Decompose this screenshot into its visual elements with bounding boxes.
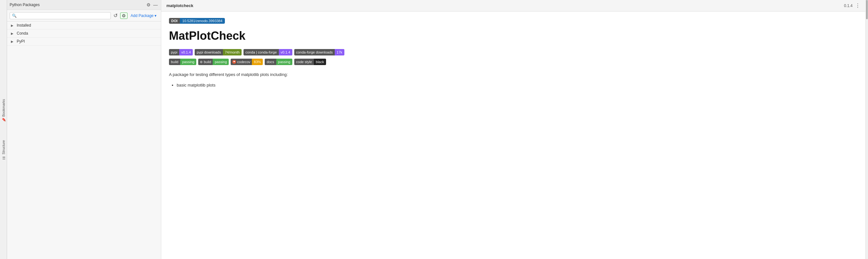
badge-build-plain[interactable]: build passing: [169, 59, 196, 65]
badge-conda-version-value: v0.1.4: [279, 49, 292, 56]
badge-conda-label: conda | conda-forge: [244, 49, 279, 56]
badge-docs-label: docs: [265, 59, 276, 65]
sidebar: Python Packages ⚙ — 🔍 ↺ ⚙ Add Package ▾ …: [7, 0, 161, 259]
package-main-title: MatPlotCheck: [169, 29, 858, 43]
tree-item-installed[interactable]: ▶ Installed: [7, 22, 161, 30]
package-body: DOI 10.5281/zenodo.3993384 MatPlotCheck …: [161, 11, 865, 259]
bullet-item-0: basic matplotlib plots: [177, 81, 858, 89]
sidebar-title-icons: ⚙ —: [146, 2, 158, 8]
badge-pypi-label: pypi: [169, 49, 179, 56]
main-content: matplotcheck 0.1.4 ⋮ DOI 10.5281/zenodo.…: [161, 0, 865, 259]
package-version: 0.1.4: [844, 3, 852, 8]
badges-row-1: pypi v0.1.4 pypi downloads 74/month cond…: [169, 49, 858, 56]
package-header: matplotcheck 0.1.4 ⋮: [161, 0, 865, 11]
badge-code-style[interactable]: code style black: [294, 59, 326, 65]
doi-badge[interactable]: DOI 10.5281/zenodo.3993384: [169, 18, 225, 24]
package-description: A package for testing different types of…: [169, 72, 858, 78]
package-bullets: basic matplotlib plots: [177, 81, 858, 89]
sidebar-header: Python Packages ⚙ —: [7, 0, 161, 10]
structure-tab[interactable]: ☰ Structure: [1, 138, 6, 162]
tree-arrow-installed: ▶: [11, 24, 15, 27]
add-package-button[interactable]: Add Package ▾: [129, 12, 158, 19]
badge-codecov-label: codecov: [237, 60, 250, 64]
badge-build-icon-part: ⚙ build: [198, 59, 213, 65]
tree-label-pypi: PyPI: [17, 39, 25, 44]
codecov-icon: ❤: [232, 60, 236, 64]
add-package-arrow-icon: ▾: [155, 13, 156, 18]
tree-label-installed: Installed: [17, 23, 31, 28]
badge-pypi-downloads-label: pypi downloads: [195, 49, 223, 56]
bookmarks-tab[interactable]: 🔖 Bookmarks: [1, 97, 6, 125]
badge-pypi-version[interactable]: pypi v0.1.4: [169, 49, 193, 56]
badge-conda-downloads-value: 17k: [335, 49, 344, 56]
badge-docs-value: passing: [276, 59, 292, 65]
sidebar-title: Python Packages: [10, 3, 144, 7]
tree-item-conda[interactable]: ▶ Conda: [7, 30, 161, 37]
badge-codecov-value: 83%: [252, 59, 263, 65]
badge-code-style-value: black: [314, 59, 326, 65]
sidebar-tree: ▶ Installed ▶ Conda ▶ PyPI: [7, 22, 161, 259]
tree-arrow-conda: ▶: [11, 32, 15, 35]
badge-build-plain-value: passing: [180, 59, 196, 65]
scrollbar[interactable]: [865, 0, 868, 259]
structure-icon: ☰: [1, 156, 5, 160]
search-icon: 🔍: [12, 13, 17, 18]
badge-codecov[interactable]: ❤ codecov 83%: [231, 59, 263, 65]
doi-value: 10.5281/zenodo.3993384: [180, 18, 225, 24]
badge-conda-downloads[interactable]: conda-forge downloads 17k: [294, 49, 344, 56]
badge-codecov-left: ❤ codecov: [231, 59, 252, 65]
settings-button[interactable]: ⚙: [120, 12, 127, 19]
search-row: 🔍 ↺ ⚙ Add Package ▾: [7, 10, 161, 22]
tree-item-pypi[interactable]: ▶ PyPI: [7, 37, 161, 45]
bookmark-icon: 🔖: [1, 118, 5, 122]
settings-window-button[interactable]: ⚙: [146, 2, 151, 8]
search-wrap: 🔍: [10, 12, 111, 19]
search-input[interactable]: [18, 13, 108, 18]
badge-conda-version[interactable]: conda | conda-forge v0.1.4: [244, 49, 292, 56]
badge-docs[interactable]: docs passing: [265, 59, 292, 65]
tree-label-conda: Conda: [17, 31, 28, 36]
gear-build-icon: ⚙: [200, 60, 203, 64]
doi-label: DOI: [169, 18, 180, 24]
more-options-button[interactable]: ⋮: [855, 3, 860, 9]
package-name: matplotcheck: [166, 3, 844, 8]
add-package-label: Add Package: [131, 13, 154, 18]
bookmarks-label: Bookmarks: [2, 99, 5, 117]
badge-pypi-version-value: v0.1.4: [179, 49, 193, 56]
vertical-sidebar: 🔖 Bookmarks ☰ Structure: [0, 0, 7, 259]
badge-pypi-downloads-value: 74/month: [223, 49, 242, 56]
badge-build-icon-label: build: [204, 60, 211, 64]
refresh-button[interactable]: ↺: [112, 12, 119, 19]
structure-label: Structure: [2, 140, 5, 154]
scroll-thumb[interactable]: [866, 0, 868, 19]
badge-conda-downloads-label: conda-forge downloads: [294, 49, 335, 56]
badge-build-icon-value: passing: [213, 59, 229, 65]
badges-row-2: build passing ⚙ build passing ❤ codecov …: [169, 59, 858, 65]
badge-pypi-downloads[interactable]: pypi downloads 74/month: [195, 49, 242, 56]
badge-code-style-label: code style: [294, 59, 314, 65]
badge-build-icon[interactable]: ⚙ build passing: [198, 59, 229, 65]
badge-build-plain-label: build: [169, 59, 180, 65]
tree-arrow-pypi: ▶: [11, 40, 15, 43]
minimize-button[interactable]: —: [153, 2, 158, 8]
